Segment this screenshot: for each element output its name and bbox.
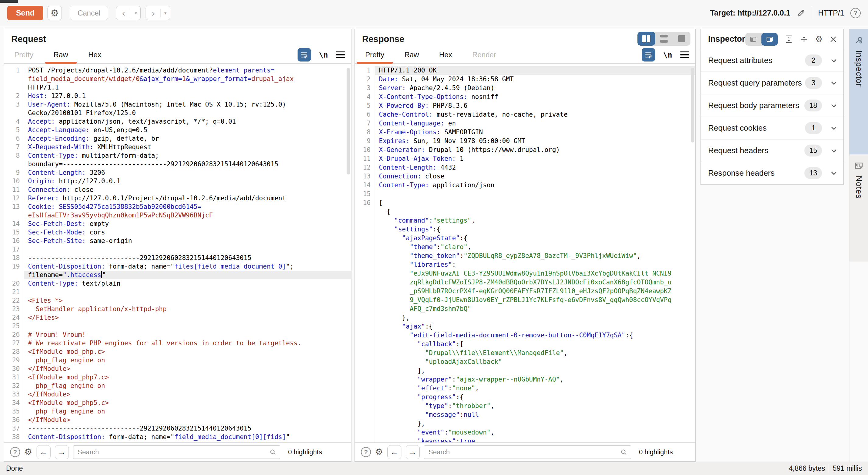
tab-pretty[interactable]: Pretty bbox=[6, 46, 42, 63]
side-tab-inspector[interactable]: Inspector bbox=[849, 29, 868, 154]
divider bbox=[812, 7, 812, 20]
side-tab-label: Inspector bbox=[854, 50, 863, 87]
code-line: 8Content-Type: multipart/form-data; bbox=[4, 151, 351, 160]
code-line: field_media_document/widget/0&ajax_form=… bbox=[4, 74, 351, 83]
code-line: 6Cache-Control: must-revalidate, no-cach… bbox=[355, 110, 695, 119]
section-count-badge: 15 bbox=[804, 145, 822, 157]
section-count-badge: 13 bbox=[804, 167, 822, 179]
code-line: ], bbox=[355, 366, 695, 375]
layout-single-button[interactable] bbox=[673, 32, 690, 46]
pencil-icon[interactable] bbox=[797, 8, 806, 18]
inspector-settings-icon[interactable]: ⚙ bbox=[815, 35, 823, 43]
search-help-icon[interactable]: ? bbox=[10, 447, 20, 457]
code-line: 38Content-Disposition: form-data; name="… bbox=[4, 433, 351, 441]
layout-rows-button[interactable] bbox=[655, 32, 673, 46]
inspector-title: Inspector bbox=[708, 34, 745, 44]
inspector-section-request-headers[interactable]: Request headers15 bbox=[701, 139, 843, 162]
request-editor[interactable]: 1POST /Projects/drupal-10.2.6/media/add/… bbox=[4, 64, 351, 442]
divider bbox=[829, 465, 829, 473]
chevron-down-icon bbox=[830, 169, 838, 177]
chevron-down-icon bbox=[830, 147, 838, 155]
code-line: 13Connection: close bbox=[355, 172, 695, 181]
target-url: http://127.0.0.1 bbox=[737, 8, 790, 17]
word-wrap-toggle[interactable] bbox=[298, 48, 311, 62]
expand-all-icon[interactable] bbox=[784, 35, 793, 43]
help-icon[interactable]: ? bbox=[850, 8, 861, 18]
search-settings-icon[interactable]: ⚙ bbox=[24, 448, 32, 456]
code-line: 15 bbox=[355, 190, 695, 198]
code-line: boundary=---------------------------2921… bbox=[4, 160, 351, 168]
code-line: 6Accept-Encoding: gzip, deflate, br bbox=[4, 134, 351, 143]
tab-hex[interactable]: Hex bbox=[80, 46, 110, 63]
chevron-down-icon[interactable]: ▾ bbox=[161, 10, 170, 16]
request-search-input[interactable] bbox=[73, 445, 280, 459]
code-line: "effect":"none", bbox=[355, 384, 695, 393]
inspector-section-request-cookies[interactable]: Request cookies1 bbox=[701, 117, 843, 139]
code-line: 32 php_flag engine on bbox=[4, 382, 351, 390]
code-line: { bbox=[355, 208, 695, 216]
chevron-down-icon bbox=[830, 79, 838, 87]
send-button[interactable]: Send bbox=[7, 6, 43, 20]
response-editor[interactable]: 1HTTP/1.1 200 OK2Date: Sat, 04 May 2024 … bbox=[355, 64, 695, 442]
collapse-all-icon[interactable] bbox=[800, 35, 808, 43]
dock-left-button[interactable] bbox=[745, 33, 762, 46]
code-line: 8X-Frame-Options: SAMEORIGIN bbox=[355, 128, 695, 137]
tab-raw[interactable]: Raw bbox=[396, 46, 428, 63]
code-line: 10Origin: http://127.0.0.1 bbox=[4, 177, 351, 185]
code-line: eIsHfaaETVr3av95yvbqQhzn0kom1P5wPcNSqB2V… bbox=[4, 211, 351, 220]
search-prev-button[interactable]: ← bbox=[36, 445, 51, 459]
response-scrollbar[interactable] bbox=[691, 68, 694, 142]
tab-hex[interactable]: Hex bbox=[431, 46, 461, 63]
inspector-section-request-attributes[interactable]: Request attributes2 bbox=[701, 49, 843, 72]
cancel-button[interactable]: Cancel bbox=[70, 6, 108, 20]
editor-menu-icon[interactable] bbox=[336, 52, 345, 59]
code-line: "libraries": bbox=[355, 260, 695, 269]
code-line: "event":"mousedown", bbox=[355, 428, 695, 437]
inspector-section-request-query-parameters[interactable]: Request query parameters3 bbox=[701, 72, 843, 94]
close-icon[interactable] bbox=[829, 35, 837, 43]
toolbar: Send ⚙ Cancel ‹ ▾ › ▾ Target: http://127… bbox=[0, 0, 868, 26]
chevron-down-icon[interactable]: ▾ bbox=[131, 10, 141, 16]
code-line: }, bbox=[355, 313, 695, 322]
show-newlines-toggle[interactable]: \n bbox=[319, 51, 328, 59]
code-line: 13Cookie: SESS05d4275ca1538832b5ab92000b… bbox=[4, 202, 351, 211]
code-line: 14Sec-Fetch-Dest: empty bbox=[4, 220, 351, 228]
search-help-icon[interactable]: ? bbox=[361, 447, 371, 457]
code-line: 18-----------------------------292129206… bbox=[4, 254, 351, 262]
code-line: zqRlkgDdlcFWZoISJP8-ZM40dBBQoOrbX7DYsLJ2… bbox=[355, 278, 695, 287]
dock-right-button[interactable] bbox=[762, 33, 778, 46]
code-line: "progress":{ bbox=[355, 393, 695, 402]
code-line: 3Server: Apache/2.4.59 (Debian) bbox=[355, 84, 695, 93]
code-line: "command":"settings", bbox=[355, 216, 695, 225]
history-forward-button[interactable]: › ▾ bbox=[146, 6, 170, 20]
code-line: 37-----------------------------292129206… bbox=[4, 424, 351, 433]
http-version-selector[interactable]: HTTP/1 bbox=[818, 8, 844, 18]
tab-raw[interactable]: Raw bbox=[45, 46, 77, 63]
code-line: 28<IfModule mod_php.c> bbox=[4, 347, 351, 356]
code-line: 4Accept: application/json, text/javascri… bbox=[4, 117, 351, 126]
inspector-section-response-headers[interactable]: Response headers13 bbox=[701, 162, 843, 185]
request-scrollbar[interactable] bbox=[347, 68, 350, 175]
code-line: 21 bbox=[4, 288, 351, 296]
side-tab-notes[interactable]: Notes bbox=[849, 154, 868, 261]
search-next-button[interactable]: → bbox=[55, 445, 69, 459]
history-back-button[interactable]: ‹ ▾ bbox=[116, 6, 141, 20]
code-line: "theme":"claro", bbox=[355, 243, 695, 252]
show-newlines-toggle[interactable]: \n bbox=[663, 51, 672, 59]
search-next-button[interactable]: → bbox=[406, 445, 420, 459]
response-search-input[interactable] bbox=[424, 445, 631, 459]
send-settings-button[interactable]: ⚙ bbox=[48, 6, 62, 20]
word-wrap-toggle[interactable] bbox=[642, 48, 655, 62]
inspector-section-request-body-parameters[interactable]: Request body parameters18 bbox=[701, 94, 843, 117]
editor-menu-icon[interactable] bbox=[680, 52, 689, 59]
layout-columns-button[interactable] bbox=[638, 32, 655, 46]
tab-render[interactable]: Render bbox=[464, 46, 505, 63]
search-icon bbox=[269, 448, 277, 456]
code-line: 2Host: 127.0.0.1 bbox=[4, 92, 351, 100]
tab-pretty[interactable]: Pretty bbox=[356, 46, 393, 63]
search-prev-button[interactable]: ← bbox=[388, 445, 401, 459]
section-count-badge: 2 bbox=[805, 55, 822, 66]
section-count-badge: 1 bbox=[805, 122, 822, 134]
search-settings-icon[interactable]: ⚙ bbox=[375, 448, 383, 456]
code-line: "keypress":true, bbox=[355, 437, 695, 442]
